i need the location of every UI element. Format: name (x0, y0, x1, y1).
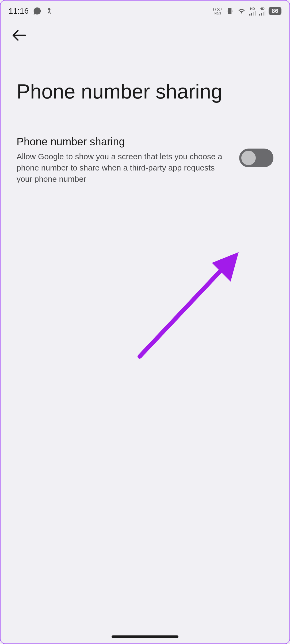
svg-rect-7 (263, 12, 264, 16)
page-title: Phone number sharing (1, 44, 289, 104)
svg-rect-3 (253, 12, 254, 16)
svg-rect-2 (251, 13, 252, 16)
data-rate: 0.37 KB/S (213, 7, 222, 15)
wifi-icon (237, 7, 246, 15)
svg-marker-11 (212, 252, 239, 282)
chat-icon (33, 7, 41, 15)
toggle-switch[interactable] (239, 149, 273, 167)
setting-description: Allow Google to show you a screen that l… (17, 151, 231, 185)
back-arrow-icon[interactable] (11, 27, 27, 43)
svg-line-10 (140, 260, 231, 357)
battery-indicator: 86 (269, 7, 281, 15)
vibrate-icon (226, 7, 234, 15)
annotation-arrow-icon (137, 247, 249, 359)
svg-rect-5 (259, 14, 260, 16)
svg-rect-1 (249, 14, 250, 16)
status-bar: 11:16 0.37 KB/S HD HD (1, 1, 289, 19)
svg-rect-8 (265, 11, 265, 16)
status-time: 11:16 (9, 6, 29, 16)
svg-rect-4 (255, 11, 256, 16)
status-right: 0.37 KB/S HD HD 86 (213, 7, 281, 16)
app-bar (1, 19, 289, 44)
setting-title: Phone number sharing (17, 136, 231, 148)
signal-1: HD (249, 7, 256, 16)
status-left: 11:16 (9, 6, 53, 16)
location-icon (46, 7, 53, 15)
navigation-handle[interactable] (112, 635, 178, 638)
signal-2: HD (259, 7, 265, 16)
svg-rect-6 (261, 13, 262, 16)
setting-text: Phone number sharing Allow Google to sho… (17, 136, 231, 185)
toggle-thumb (241, 151, 256, 165)
setting-row[interactable]: Phone number sharing Allow Google to sho… (1, 104, 289, 185)
